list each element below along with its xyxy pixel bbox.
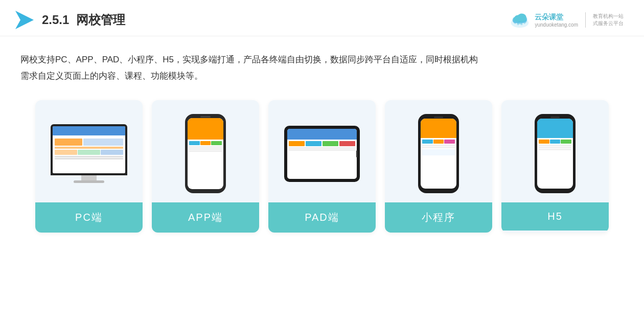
device-card-app: APP端 bbox=[152, 100, 259, 233]
device-card-h5: H5 bbox=[501, 100, 609, 233]
brand-name: 云朵课堂 bbox=[535, 13, 563, 22]
miniapp-image-area bbox=[385, 100, 492, 202]
pad-label: PAD端 bbox=[268, 202, 376, 233]
brand-divider bbox=[585, 12, 586, 28]
app-image-area bbox=[152, 100, 259, 202]
device-cards-area: PC端 bbox=[0, 90, 644, 248]
app-label: APP端 bbox=[152, 202, 259, 233]
page-title: 2.5.1 网校管理 bbox=[42, 12, 125, 28]
svg-point-11 bbox=[522, 23, 524, 25]
pc-image-area bbox=[35, 100, 143, 202]
header-right: 云朵课堂 yunduoketang.com 教育机构一站 式服务云平台 bbox=[509, 9, 624, 31]
page-container: 2.5.1 网校管理 bbox=[0, 0, 644, 322]
device-card-pad: PAD端 bbox=[268, 100, 376, 233]
description-area: 网校支持PC、APP、PAD、小程序、H5，实现多端打通，产品各终端自由切换，数… bbox=[0, 36, 644, 90]
logo-arrow-icon bbox=[15, 11, 34, 29]
device-card-miniapp: 小程序 bbox=[385, 100, 492, 233]
page-title-text: 网校管理 bbox=[76, 13, 125, 27]
svg-point-9 bbox=[516, 23, 518, 25]
miniapp-phone-mockup bbox=[418, 114, 459, 193]
svg-point-10 bbox=[519, 24, 521, 26]
device-card-pc: PC端 bbox=[35, 100, 143, 233]
h5-image-area bbox=[501, 100, 609, 202]
brand-tagline2: 式服务云平台 bbox=[593, 20, 624, 27]
app-phone-mockup bbox=[185, 114, 226, 193]
brand-tagline-area: 教育机构一站 式服务云平台 bbox=[593, 13, 624, 27]
pad-image-area bbox=[268, 100, 376, 202]
brand-text-area: 云朵课堂 yunduoketang.com bbox=[535, 13, 578, 28]
brand-tagline1: 教育机构一站 bbox=[593, 13, 624, 20]
brand-url: yunduoketang.com bbox=[535, 22, 578, 28]
miniapp-label: 小程序 bbox=[385, 202, 492, 233]
header: 2.5.1 网校管理 bbox=[0, 0, 644, 36]
svg-point-8 bbox=[514, 16, 526, 21]
h5-phone-mockup bbox=[535, 114, 576, 193]
pc-label: PC端 bbox=[35, 202, 143, 233]
description-text: 网校支持PC、APP、PAD、小程序、H5，实现多端打通，产品各终端自由切换，数… bbox=[20, 52, 624, 85]
pad-mockup bbox=[284, 126, 360, 182]
pc-mockup bbox=[51, 124, 127, 183]
svg-marker-0 bbox=[15, 11, 34, 29]
brand-cloud-icon bbox=[509, 9, 531, 31]
brand-logo: 云朵课堂 yunduoketang.com 教育机构一站 式服务云平台 bbox=[509, 9, 624, 31]
pc-screen bbox=[51, 124, 127, 175]
h5-label: H5 bbox=[501, 202, 609, 231]
header-left: 2.5.1 网校管理 bbox=[15, 11, 125, 29]
